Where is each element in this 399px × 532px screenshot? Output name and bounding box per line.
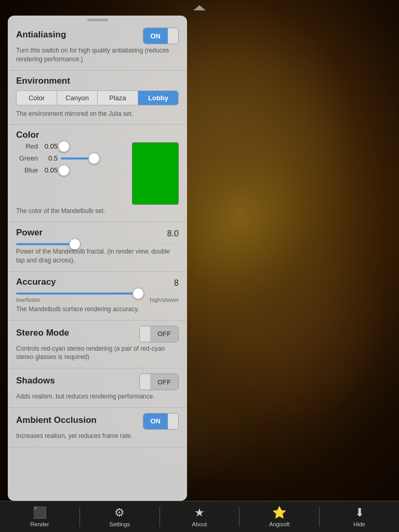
tab-settings[interactable]: ⚙ Settings — [80, 501, 159, 532]
antialiasing-on-label: ON — [143, 28, 168, 44]
tab-about[interactable]: ★ About — [160, 501, 240, 532]
shadows-toggle[interactable]: OFF — [139, 374, 179, 390]
power-value: 8.0 — [167, 229, 179, 238]
drag-handle-top[interactable] — [193, 5, 206, 10]
env-plaza-btn[interactable]: Plaza — [98, 91, 138, 105]
tab-angisoft-label: Angisoft — [269, 521, 290, 527]
tab-render-label: Render — [30, 521, 49, 527]
angisoft-icon: ⭐ — [272, 506, 286, 520]
accuracy-section: Accuracy 8 low/faster high/slower The Ma… — [8, 272, 187, 321]
power-section: Power 8.0 Power of the Mandelbulb fracta… — [8, 222, 187, 272]
color-section: Color Red 0.05 Green 0.5 — [8, 125, 187, 222]
power-slider[interactable] — [16, 243, 179, 245]
red-slider[interactable] — [61, 145, 127, 148]
render-icon: ⬛ — [33, 506, 47, 520]
hide-icon: ⬇ — [355, 506, 364, 520]
ambient-on-label: ON — [143, 414, 168, 429]
stereo-title: Stereo Mode — [16, 328, 69, 338]
red-label: Red — [16, 142, 38, 150]
green-value: 0.5 — [41, 154, 58, 162]
red-slider-row: Red 0.05 — [16, 142, 127, 150]
antialiasing-desc: Turn this switch on for high quality ant… — [16, 46, 179, 64]
tab-settings-label: Settings — [109, 521, 130, 527]
stereo-off-label: OFF — [150, 326, 178, 342]
stereo-section: Stereo Mode OFF Controls red-cyan stereo… — [8, 321, 187, 369]
accuracy-low-label: low/faster — [16, 297, 41, 303]
settings-icon: ⚙ — [114, 506, 125, 520]
power-title: Power — [16, 228, 43, 238]
stereo-desc: Controls red-cyan stereo rendering (a pa… — [16, 344, 179, 362]
env-lobby-btn[interactable]: Lobby — [138, 91, 178, 105]
accuracy-high-label: high/slower — [150, 297, 179, 303]
accuracy-desc: The Mandelbulb surface rendering accurac… — [16, 305, 179, 314]
antialiasing-section: Antialiasing ON Turn this switch on for … — [8, 22, 187, 71]
tab-about-label: About — [192, 521, 207, 527]
blue-value: 0.05 — [41, 166, 58, 174]
red-value: 0.05 — [41, 142, 58, 150]
accuracy-value: 8 — [174, 278, 179, 288]
ambient-toggle[interactable]: ON — [143, 413, 179, 430]
green-slider-row: Green 0.5 — [16, 154, 127, 162]
color-preview-swatch — [132, 142, 179, 205]
about-icon: ★ — [194, 506, 205, 520]
shadows-off-label: OFF — [150, 374, 178, 390]
ambient-section: Ambient Occlusion ON Increases realism, … — [8, 408, 187, 447]
env-color-btn[interactable]: Color — [17, 91, 57, 105]
green-label: Green — [16, 154, 38, 162]
antialiasing-title: Antialiasing — [16, 30, 66, 40]
panel-drag-handle[interactable] — [8, 16, 187, 22]
antialiasing-toggle[interactable]: ON — [143, 28, 179, 44]
environment-desc: The environment mirrored on the Julia se… — [16, 110, 179, 118]
env-canyon-btn[interactable]: Canyon — [57, 91, 98, 105]
shadows-title: Shadows — [16, 376, 55, 386]
accuracy-slider[interactable] — [16, 292, 179, 295]
blue-slider[interactable] — [61, 169, 127, 171]
ambient-title: Ambient Occlusion — [16, 415, 97, 425]
environment-section: Environment Color Canyon Plaza Lobby The… — [8, 71, 187, 125]
power-desc: Power of the Mandelbulb fractal. (in ren… — [16, 247, 179, 265]
color-title: Color — [16, 130, 179, 140]
blue-slider-row: Blue 0.05 — [16, 166, 127, 174]
green-slider[interactable] — [61, 157, 127, 159]
tab-angisoft[interactable]: ⭐ Angisoft — [240, 501, 319, 532]
blue-label: Blue — [16, 166, 38, 174]
settings-panel: Antialiasing ON Turn this switch on for … — [8, 16, 187, 501]
color-desc: The color of the Mandelbulb set. — [16, 207, 179, 216]
shadows-section: Shadows OFF Adds realism, but reduces re… — [8, 368, 187, 408]
environment-segment[interactable]: Color Canyon Plaza Lobby — [16, 90, 179, 105]
tab-render[interactable]: ⬛ Render — [0, 501, 79, 532]
environment-title: Environment — [16, 76, 179, 86]
stereo-toggle[interactable]: OFF — [139, 326, 179, 342]
tab-hide-label: Hide — [353, 521, 365, 527]
tab-bar: ⬛ Render ⚙ Settings ★ About ⭐ Angisoft ⬇… — [0, 501, 399, 532]
tab-hide[interactable]: ⬇ Hide — [320, 501, 399, 532]
ambient-desc: Increases realism, yet reduces frame rat… — [16, 432, 179, 441]
accuracy-title: Accuracy — [16, 277, 56, 287]
shadows-desc: Adds realism, but reduces rendering perf… — [16, 392, 179, 401]
